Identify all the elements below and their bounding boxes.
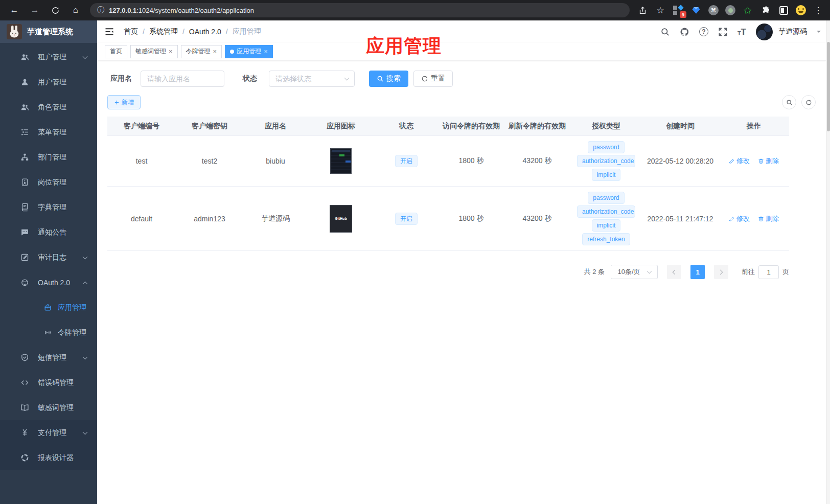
sidebar-item-role[interactable]: 角色管理 (0, 95, 97, 120)
url-bar[interactable]: ⓘ 127.0.0.1:1024/system/oauth2/oauth2/ap… (90, 3, 630, 17)
user-menu-caret-icon[interactable] (817, 31, 821, 35)
tab-item[interactable]: 令牌管理× (181, 45, 222, 58)
org-tree-icon (20, 153, 29, 162)
grant-type-tag: implicit (592, 169, 621, 181)
puzzle-extensions-icon[interactable] (760, 5, 771, 16)
breadcrumb-item[interactable]: OAuth 2.0 (189, 28, 221, 36)
goto-page-input[interactable] (758, 265, 779, 279)
status-select[interactable] (269, 71, 355, 87)
search-button[interactable]: 搜索 (369, 71, 408, 87)
actions-cell: 修改删除 (719, 214, 789, 223)
forward-icon[interactable]: → (29, 4, 41, 16)
sidebar-item-notice[interactable]: 通知公告 (0, 220, 97, 245)
status-select-input[interactable] (269, 71, 355, 87)
username[interactable]: 芋道源码 (778, 27, 807, 36)
prev-page-button[interactable] (667, 265, 681, 279)
refresh-table-button[interactable] (801, 95, 816, 109)
tab-item[interactable]: 应用管理× (225, 45, 273, 58)
sidebar-item-post[interactable]: 岗位管理 (0, 170, 97, 195)
sidebar-item-oauth2-token[interactable]: 令牌管理 (0, 320, 97, 345)
record-extension-icon[interactable] (725, 5, 735, 15)
pagination: 共 2 条 10条/页 1 前往 页 (107, 265, 789, 279)
book-open-icon (20, 403, 29, 412)
tags-view-bar: 首页敏感词管理×令牌管理×应用管理× (97, 43, 830, 60)
delete-link[interactable]: 删除 (758, 214, 779, 223)
robot-icon (20, 278, 29, 287)
back-icon[interactable]: ← (8, 4, 20, 16)
refresh-ttl-cell: 43200 秒 (504, 214, 570, 223)
sidebar-item-audit-log[interactable]: 审计日志 (0, 245, 97, 270)
sidebar-item-dept[interactable]: 部门管理 (0, 145, 97, 170)
next-page-button[interactable] (714, 265, 728, 279)
fullscreen-icon[interactable] (718, 27, 728, 37)
tab-item[interactable]: 首页 (105, 45, 127, 58)
green-star-extension-icon[interactable]: ✩ (742, 5, 753, 16)
table-body: testtest2biubiu开启1800 秒43200 秒passwordau… (107, 136, 789, 251)
help-icon[interactable]: ? (699, 27, 708, 36)
page-size-select[interactable]: 10条/页 (611, 265, 658, 279)
app-name-input[interactable] (141, 71, 224, 87)
bookmark-star-icon[interactable]: ☆ (655, 5, 666, 16)
sidebar-item-tenant[interactable]: 租户管理 (0, 44, 97, 70)
breadcrumb: 首页/系统管理/OAuth 2.0/应用管理 (124, 27, 261, 36)
search-icon[interactable] (660, 27, 670, 37)
table-header-row: 客户端编号客户端密钥应用名应用图标状态访问令牌的有效期刷新令牌的有效期授权类型创… (107, 117, 789, 136)
extension-badge-icon[interactable]: 9 (673, 5, 684, 16)
delete-link[interactable]: 删除 (758, 156, 779, 166)
sidebar-item-user[interactable]: 用户管理 (0, 70, 97, 95)
sidebar-item-oauth2-application[interactable]: 应用管理 (0, 295, 97, 320)
sidebar-item-oauth2[interactable]: OAuth 2.0 (0, 270, 97, 295)
app-icon-image (330, 148, 352, 174)
created-at-cell: 2022-05-12 00:28:20 (642, 157, 719, 165)
current-page[interactable]: 1 (690, 265, 705, 279)
reader-mode-icon[interactable] (778, 5, 789, 16)
tab-close-icon[interactable]: × (264, 48, 268, 55)
sidebar-item-dict[interactable]: 字典管理 (0, 195, 97, 220)
github-icon[interactable] (680, 27, 689, 37)
tab-item[interactable]: 敏感词管理× (130, 45, 178, 58)
sidebar-item-pay[interactable]: 支付管理 (0, 420, 97, 445)
action-label: 修改 (736, 156, 750, 166)
page-scrollbar[interactable] (826, 20, 830, 504)
add-button[interactable]: 新增 (107, 95, 141, 109)
site-info-icon[interactable]: ⓘ (97, 6, 104, 15)
column-header: 状态 (374, 122, 439, 131)
active-tab-dot (230, 50, 234, 54)
sidebar-item-sms[interactable]: 短信管理 (0, 345, 97, 370)
command-extension-icon[interactable]: ⌘ (708, 5, 719, 15)
reload-icon[interactable] (49, 4, 61, 16)
shield-check-icon (20, 353, 29, 362)
app-name-cell: biubiu (243, 157, 308, 165)
sidebar-item-label: 支付管理 (38, 428, 66, 438)
breadcrumb-item[interactable]: 系统管理 (149, 27, 178, 36)
app-logo[interactable]: 芋道管理系统 (0, 20, 97, 43)
breadcrumb-item[interactable]: 首页 (124, 27, 138, 36)
scrollbar-thumb[interactable] (827, 42, 830, 131)
sidebar-item-sensitive-word[interactable]: 敏感词管理 (0, 395, 97, 420)
action-label: 删除 (766, 214, 779, 223)
edit-link[interactable]: 修改 (729, 214, 750, 223)
access-ttl-cell: 1800 秒 (439, 156, 504, 166)
share-icon[interactable] (637, 5, 648, 16)
profile-avatar-icon[interactable] (796, 5, 806, 15)
toggle-search-button[interactable] (782, 95, 796, 109)
home-icon[interactable]: ⌂ (70, 4, 82, 16)
client-id-cell: default (107, 215, 176, 223)
reset-button[interactable]: 重置 (413, 71, 453, 87)
goto-suffix: 页 (782, 267, 789, 277)
browser-menu-icon[interactable]: ⋮ (813, 5, 824, 16)
tab-close-icon[interactable]: × (169, 48, 173, 55)
tab-close-icon[interactable]: × (213, 48, 217, 55)
sidebar-item-label: 角色管理 (38, 103, 66, 112)
user-avatar[interactable] (756, 24, 773, 40)
logo-rabbit-image (7, 24, 22, 39)
font-size-icon[interactable]: TT (737, 28, 746, 36)
sidebar-item-report-designer[interactable]: 报表设计器 (0, 445, 97, 470)
sidebar-item-error-code[interactable]: 错误码管理 (0, 370, 97, 395)
gem-extension-icon[interactable] (690, 5, 702, 16)
status-badge: 开启 (395, 155, 418, 167)
chevron-down-icon (83, 255, 88, 260)
sidebar-item-menu[interactable]: 菜单管理 (0, 120, 97, 145)
sidebar-collapse-icon[interactable] (104, 27, 114, 37)
edit-link[interactable]: 修改 (729, 156, 750, 166)
